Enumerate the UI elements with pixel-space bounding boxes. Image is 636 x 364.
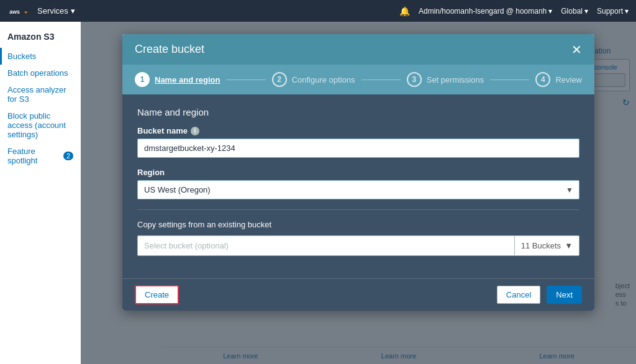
copy-settings-group: Copy settings from an existing bucket Se… <box>137 220 579 256</box>
step-1: 1 Name and region <box>135 72 220 87</box>
region-select-wrapper: US West (Oregon) US East (N. Virginia) E… <box>137 180 579 199</box>
nav-left: aws Services ▾ <box>7 4 75 18</box>
step-2-circle: 2 <box>272 72 287 87</box>
support-menu[interactable]: Support ▾ <box>597 7 629 16</box>
bucket-select-placeholder: Select bucket (optional) <box>138 236 514 255</box>
step-1-label: Name and region <box>155 75 220 84</box>
services-button[interactable]: Services ▾ <box>37 6 75 16</box>
bucket-name-group: Bucket name i <box>137 126 579 158</box>
step-4: 4 Review <box>535 72 582 87</box>
bucket-count-chevron: ▼ <box>565 241 573 250</box>
sidebar-item-buckets[interactable]: Buckets <box>0 48 81 65</box>
aws-logo: aws <box>7 4 31 18</box>
modal-header: Create bucket ✕ <box>122 34 594 65</box>
sidebar-item-batch[interactable]: Batch operations <box>0 65 81 81</box>
stepper: 1 Name and region 2 Configure options 3 … <box>122 65 594 94</box>
modal-footer: Create Cancel Next <box>122 278 594 311</box>
region-select[interactable]: US West (Oregon) US East (N. Virginia) E… <box>137 180 579 199</box>
sidebar-item-spotlight[interactable]: Feature spotlight 2 <box>0 143 81 169</box>
copy-bucket-select[interactable]: Select bucket (optional) 11 Buckets ▼ <box>137 235 579 256</box>
modal-overlay: Create bucket ✕ 1 Name and region 2 Conf… <box>81 22 636 364</box>
step-3: 3 Set permissions <box>407 72 484 87</box>
sidebar-title: Amazon S3 <box>0 28 81 48</box>
bell-icon[interactable]: 🔔 <box>399 6 410 16</box>
step-2-label: Configure options <box>292 75 355 84</box>
region-menu[interactable]: Global ▾ <box>561 7 588 16</box>
footer-right-buttons: Cancel Next <box>497 286 582 304</box>
step-4-circle: 4 <box>535 72 550 87</box>
bucket-name-label: Bucket name i <box>137 126 579 135</box>
step-divider-2 <box>361 80 401 80</box>
svg-text:aws: aws <box>9 9 20 15</box>
region-label: Region <box>137 168 579 177</box>
create-button[interactable]: Create <box>135 285 179 304</box>
modal-body: Name and region Bucket name i Region <box>122 94 594 278</box>
sidebar: Amazon S3 Buckets Batch operations Acces… <box>0 22 81 364</box>
close-button[interactable]: ✕ <box>571 43 582 56</box>
spotlight-badge: 2 <box>63 152 73 160</box>
step-2: 2 Configure options <box>272 72 355 87</box>
step-3-circle: 3 <box>407 72 422 87</box>
copy-settings-title: Copy settings from an existing bucket <box>137 220 579 229</box>
step-1-circle: 1 <box>135 72 150 87</box>
sidebar-item-access-analyzer[interactable]: Access analyzer for S3 <box>0 81 81 107</box>
step-divider-1 <box>226 80 265 80</box>
step-4-label: Review <box>555 75 582 84</box>
cancel-button[interactable]: Cancel <box>497 286 540 304</box>
bucket-count[interactable]: 11 Buckets ▼ <box>514 236 579 255</box>
bucket-name-input[interactable] <box>137 139 579 158</box>
next-button[interactable]: Next <box>547 286 582 304</box>
section-divider <box>137 209 579 210</box>
create-bucket-modal: Create bucket ✕ 1 Name and region 2 Conf… <box>122 34 594 311</box>
step-3-label: Set permissions <box>427 75 484 84</box>
sidebar-item-block-public[interactable]: Block public access (account settings) <box>0 107 81 143</box>
modal-title: Create bucket <box>135 43 204 56</box>
section-title: Name and region <box>137 107 579 117</box>
nav-right: 🔔 Admin/hoomanh-lsengard @ hoomanh ▾ Glo… <box>399 6 629 16</box>
step-divider-3 <box>490 80 529 80</box>
main-layout: Amazon S3 Buckets Batch operations Acces… <box>0 22 636 364</box>
top-nav: aws Services ▾ 🔔 Admin/hoomanh-lsengard … <box>0 0 636 22</box>
content-area: umentation r the console ons ↻ bject ess… <box>81 22 636 364</box>
region-group: Region US West (Oregon) US East (N. Virg… <box>137 168 579 199</box>
user-menu[interactable]: Admin/hoomanh-lsengard @ hoomanh ▾ <box>419 7 552 16</box>
bucket-name-info-icon[interactable]: i <box>191 127 199 135</box>
